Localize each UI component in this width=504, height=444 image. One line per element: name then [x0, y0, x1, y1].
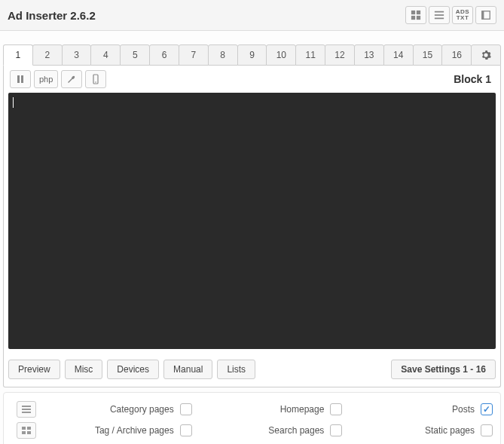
svg-rect-8	[482, 11, 484, 20]
options-row-2: Tag / Archive pages Search pages Static …	[11, 420, 493, 441]
option-label: Static pages	[425, 425, 475, 436]
pause-button[interactable]	[10, 70, 31, 88]
option-category-pages: Category pages	[41, 403, 192, 415]
page-title: Ad Inserter 2.6.2	[8, 9, 96, 22]
checkbox-posts[interactable]	[481, 403, 493, 415]
ads-txt-icon[interactable]: ADSTXT	[452, 6, 473, 24]
layout-grid-icon[interactable]	[17, 422, 36, 439]
device-button[interactable]	[85, 70, 106, 88]
svg-rect-16	[22, 427, 26, 430]
manual-button[interactable]: Manual	[163, 360, 212, 379]
tab-block-8[interactable]: 8	[208, 44, 238, 66]
svg-rect-13	[22, 406, 31, 407]
grid-view-icon[interactable]	[405, 6, 426, 24]
option-label: Category pages	[110, 404, 174, 415]
tab-block-6[interactable]: 6	[149, 44, 179, 66]
tab-block-10[interactable]: 10	[266, 44, 296, 66]
tab-block-7[interactable]: 7	[179, 44, 209, 66]
preview-button[interactable]: Preview	[8, 360, 60, 379]
page-type-options: Category pages Homepage Posts Tag / Arch…	[3, 392, 501, 444]
svg-rect-9	[17, 75, 20, 83]
svg-rect-6	[435, 18, 444, 20]
layout-list-icon[interactable]	[17, 401, 36, 418]
editor-cursor	[13, 97, 14, 108]
devices-button[interactable]: Devices	[107, 360, 159, 379]
checkbox-static-pages[interactable]	[481, 424, 493, 436]
list-view-icon[interactable]	[429, 6, 450, 24]
svg-rect-14	[22, 409, 31, 410]
svg-rect-10	[21, 75, 23, 83]
tab-block-5[interactable]: 5	[120, 44, 150, 66]
tools-button[interactable]	[61, 70, 82, 88]
tab-block-1[interactable]: 1	[3, 44, 33, 66]
option-static-pages: Static pages	[342, 424, 493, 436]
tab-block-13[interactable]: 13	[354, 44, 384, 66]
header: Ad Inserter 2.6.2 ADSTXT	[0, 0, 504, 31]
checkbox-tag-archive-pages[interactable]	[180, 424, 192, 436]
svg-rect-0	[411, 11, 415, 14]
svg-point-12	[96, 81, 97, 83]
option-label: Posts	[452, 404, 475, 415]
tab-block-3[interactable]: 3	[62, 44, 92, 66]
svg-rect-19	[27, 431, 31, 434]
misc-button[interactable]: Misc	[65, 360, 103, 379]
tab-block-16[interactable]: 16	[441, 44, 472, 66]
tab-block-11[interactable]: 11	[295, 44, 325, 66]
code-editor[interactable]	[8, 93, 496, 349]
svg-rect-2	[411, 16, 415, 20]
save-settings-button[interactable]: Save Settings 1 - 16	[391, 360, 496, 379]
svg-rect-4	[435, 11, 444, 13]
option-posts: Posts	[342, 403, 493, 415]
action-buttons-left: Preview Misc Devices Manual Lists	[8, 360, 255, 379]
tab-block-4[interactable]: 4	[90, 44, 121, 66]
block-panel: php Block 1 Preview Misc Devices Manual …	[3, 66, 501, 387]
editor-toolbar: php Block 1	[4, 66, 500, 93]
checkbox-homepage[interactable]	[330, 403, 342, 415]
tab-block-14[interactable]: 14	[383, 44, 414, 66]
svg-rect-17	[27, 427, 31, 430]
tab-block-2[interactable]: 2	[32, 44, 63, 66]
block-tabs: 12345678910111213141516	[3, 44, 501, 66]
option-label: Homepage	[280, 404, 325, 415]
tab-settings[interactable]	[471, 44, 501, 66]
checkbox-search-pages[interactable]	[330, 424, 342, 436]
lists-button[interactable]: Lists	[217, 360, 255, 379]
tab-block-12[interactable]: 12	[325, 44, 355, 66]
action-buttons-row: Preview Misc Devices Manual Lists Save S…	[4, 354, 500, 387]
svg-rect-1	[417, 11, 420, 14]
php-button[interactable]: php	[34, 70, 58, 88]
option-search-pages: Search pages	[192, 424, 343, 436]
option-tag-archive-pages: Tag / Archive pages	[41, 424, 192, 436]
option-label: Tag / Archive pages	[95, 425, 174, 436]
tab-block-15[interactable]: 15	[413, 44, 443, 66]
block-label: Block 1	[454, 73, 494, 85]
svg-rect-5	[435, 14, 444, 16]
checkbox-category-pages[interactable]	[180, 403, 192, 415]
option-homepage: Homepage	[192, 403, 343, 415]
svg-rect-15	[22, 412, 31, 413]
svg-rect-3	[417, 16, 420, 20]
book-icon[interactable]	[475, 6, 496, 24]
header-icon-group: ADSTXT	[405, 6, 496, 24]
options-row-1: Category pages Homepage Posts	[11, 399, 493, 420]
toolbar-left: php	[10, 70, 106, 88]
gear-icon	[481, 50, 491, 60]
option-label: Search pages	[268, 425, 324, 436]
svg-rect-18	[22, 431, 26, 434]
tab-block-9[interactable]: 9	[237, 44, 267, 66]
